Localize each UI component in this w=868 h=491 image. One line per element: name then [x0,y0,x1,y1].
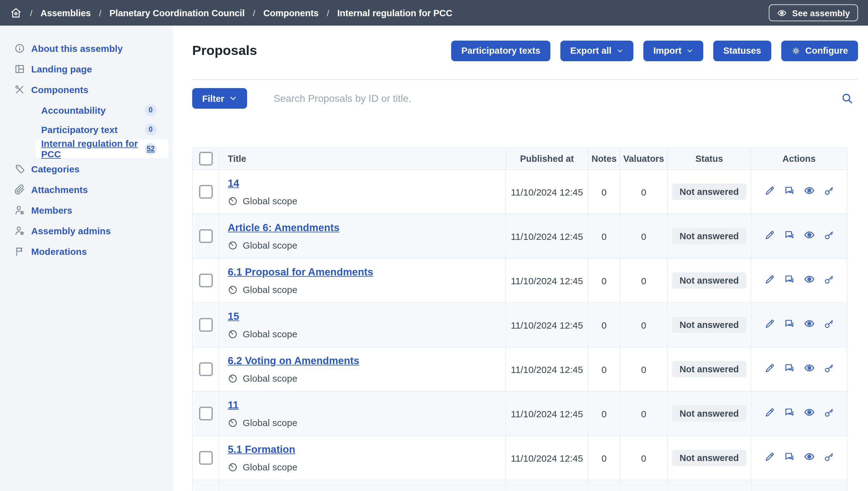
sidebar-item-components[interactable]: Components [0,79,173,100]
status-badge: Not answered [672,228,746,244]
sidebar-item-attachments[interactable]: Attachments [0,179,173,200]
filter-button[interactable]: Filter [192,88,247,109]
sidebar-item-about[interactable]: About this assembly [0,38,173,59]
edit-proposal-button[interactable] [764,407,775,418]
row-checkbox[interactable] [199,185,213,199]
proposals-table: Title Published at Notes Valuators Statu… [192,147,847,491]
answer-proposal-button[interactable] [783,230,795,241]
breadcrumb-current-component[interactable]: Internal regulation for PCC [337,8,453,18]
gear-icon [791,46,800,55]
key-icon [824,319,834,329]
row-checkbox[interactable] [199,451,213,465]
proposal-title-link[interactable]: Article 6: Amendments [228,222,339,233]
proposal-title-link[interactable]: 14 [228,177,239,189]
import-button[interactable]: Import [643,40,703,61]
participatory-texts-button[interactable]: Participatory texts [452,40,550,61]
status-badge: Not answered [672,361,746,377]
edit-proposal-button[interactable] [764,319,775,329]
see-assembly-button[interactable]: See assembly [769,4,858,21]
header-title: Title [219,148,506,170]
select-all-checkbox[interactable] [199,152,213,166]
preview-proposal-button[interactable] [803,407,815,418]
pencil-icon [764,452,775,462]
key-icon [824,230,834,240]
row-checkbox[interactable] [199,318,213,332]
status-badge: Not answered [672,272,746,289]
edit-proposal-button[interactable] [764,363,775,374]
table-row: 5.1 Formation Global scope 11/10/2024 12… [192,436,847,480]
answer-proposal-button[interactable] [783,451,795,463]
published-at-cell: 11/10/2024 12:45 [506,347,588,392]
row-checkbox[interactable] [199,229,213,243]
permissions-button[interactable] [824,363,834,374]
valuators-count-cell: 0 [620,170,668,214]
status-badge: Not answered [672,184,746,200]
chat-icon [783,274,795,285]
preview-proposal-button[interactable] [803,451,815,463]
preview-proposal-button[interactable] [803,230,815,241]
table-header-row: Title Published at Notes Valuators Statu… [192,148,847,170]
proposal-scope: Global scope [228,328,505,339]
proposal-title-link[interactable]: 11 [228,399,239,410]
row-checkbox[interactable] [199,273,213,287]
user-gear-icon [14,205,25,215]
configure-button[interactable]: Configure [781,40,858,61]
table-row: Article 6: Amendments Global scope 11/10… [192,214,847,258]
edit-proposal-button[interactable] [764,274,775,285]
breadcrumb-assemblies[interactable]: Assemblies [40,8,91,18]
sidebar-item-landing-page[interactable]: Landing page [0,59,173,79]
permissions-button[interactable] [824,319,834,329]
answer-proposal-button[interactable] [783,274,795,285]
sidebar-item-members[interactable]: Members [0,200,173,221]
search-input[interactable] [272,92,840,105]
export-all-button[interactable]: Export all [560,40,633,61]
permissions-button[interactable] [824,274,834,285]
sidebar-item-assembly-admins[interactable]: Assembly admins [0,221,173,241]
answer-proposal-button[interactable] [783,407,795,418]
permissions-button[interactable] [824,452,834,462]
sidebar-item-participatory-text[interactable]: Participatory text 0 [36,120,168,139]
preview-proposal-button[interactable] [803,185,815,197]
key-icon [824,363,834,374]
header-published-at: Published at [506,148,588,170]
table-row: 12 [192,480,847,491]
search-button[interactable] [840,91,854,106]
sidebar-item-accountability[interactable]: Accountability 0 [36,100,168,119]
permissions-button[interactable] [824,407,834,418]
sidebar-item-internal-regulation[interactable]: Internal regulation for PCC 52 [36,139,168,158]
row-checkbox[interactable] [199,362,213,376]
valuators-count-cell: 0 [620,214,668,258]
proposal-title-link[interactable]: 5.1 Formation [228,443,295,455]
eye-icon [803,185,815,197]
layout-icon [14,64,25,74]
statuses-button[interactable]: Statuses [713,40,771,61]
answer-proposal-button[interactable] [783,363,795,374]
edit-proposal-button[interactable] [764,185,775,196]
published-at-cell: 11/10/2024 12:45 [506,436,588,480]
row-checkbox[interactable] [199,407,213,421]
breadcrumb-components[interactable]: Components [264,8,318,18]
status-badge: Not answered [672,450,746,466]
answer-proposal-button[interactable] [783,318,795,329]
sidebar-item-categories[interactable]: Categories [0,159,173,179]
breadcrumb-assembly-name[interactable]: Planetary Coordination Council [110,8,245,18]
proposal-title-link[interactable]: 6.1 Proposal for Amendments [228,266,373,277]
valuators-count-cell: 0 [620,258,668,302]
preview-proposal-button[interactable] [803,318,815,329]
permissions-button[interactable] [824,230,834,240]
preview-proposal-button[interactable] [803,274,815,285]
notes-count-cell: 0 [588,214,620,258]
header-status: Status [668,148,751,170]
published-at-cell [506,480,588,491]
eye-icon [803,274,815,285]
answer-proposal-button[interactable] [783,185,795,197]
preview-proposal-button[interactable] [803,363,815,374]
edit-proposal-button[interactable] [764,452,775,462]
permissions-button[interactable] [824,185,834,196]
proposal-title-link[interactable]: 6.2 Voting on Amendments [228,355,360,366]
edit-proposal-button[interactable] [764,230,775,240]
breadcrumb-home-link[interactable] [10,7,22,19]
sidebar-item-moderations[interactable]: Moderations [0,241,173,262]
proposal-title-link[interactable]: 15 [228,311,239,322]
published-at-cell: 11/10/2024 12:45 [506,214,588,258]
